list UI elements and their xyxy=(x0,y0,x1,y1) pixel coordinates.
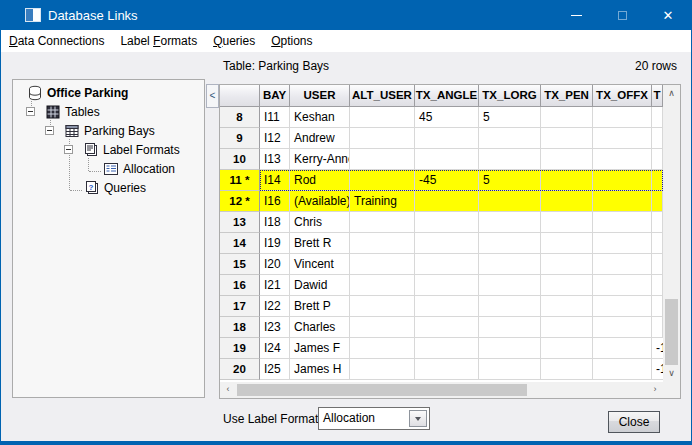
row-header[interactable]: 14 xyxy=(220,233,260,254)
scroll-left-icon[interactable]: ‹ xyxy=(220,382,236,398)
cell[interactable] xyxy=(415,296,479,317)
column-header-bay[interactable]: BAY xyxy=(260,85,290,107)
cell[interactable] xyxy=(652,233,663,254)
vertical-scrollbar[interactable]: ∧ ∨ xyxy=(663,85,680,382)
cell[interactable] xyxy=(541,254,593,275)
cell[interactable] xyxy=(541,296,593,317)
cell[interactable]: -1 xyxy=(652,338,663,359)
cell[interactable] xyxy=(541,233,593,254)
cell[interactable] xyxy=(415,128,479,149)
close-window-button[interactable]: ✕ xyxy=(645,0,691,30)
cell[interactable]: Kerry-Anne xyxy=(290,149,350,170)
table-row[interactable]: 14I19Brett R xyxy=(220,233,663,254)
cell[interactable] xyxy=(652,170,663,191)
menu-queries[interactable]: Queries xyxy=(206,31,262,51)
table-row[interactable]: 19I24James F-1 xyxy=(220,338,663,359)
row-header[interactable]: 11 * xyxy=(220,170,260,191)
row-header[interactable]: 8 xyxy=(220,107,260,128)
cell[interactable] xyxy=(415,191,479,212)
cell[interactable] xyxy=(652,254,663,275)
cell[interactable] xyxy=(350,317,415,338)
cell[interactable]: (Available) xyxy=(290,191,350,212)
cell[interactable]: Charles xyxy=(290,317,350,338)
cell[interactable] xyxy=(652,128,663,149)
cell[interactable]: 45 xyxy=(415,107,479,128)
cell[interactable] xyxy=(350,233,415,254)
cell[interactable] xyxy=(350,296,415,317)
tree-item-tables[interactable]: Tables xyxy=(13,102,204,121)
cell[interactable] xyxy=(479,254,541,275)
table-row[interactable]: 15I20Vincent xyxy=(220,254,663,275)
cell[interactable]: James F xyxy=(290,338,350,359)
cell[interactable] xyxy=(415,359,479,380)
cell[interactable] xyxy=(652,149,663,170)
cell[interactable] xyxy=(479,149,541,170)
cell[interactable] xyxy=(415,149,479,170)
cell[interactable] xyxy=(652,107,663,128)
row-header[interactable]: 9 xyxy=(220,128,260,149)
cell[interactable]: I20 xyxy=(260,254,290,275)
row-header[interactable]: 19 xyxy=(220,338,260,359)
cell[interactable]: I12 xyxy=(260,128,290,149)
cell[interactable] xyxy=(415,233,479,254)
cell[interactable]: Brett R xyxy=(290,233,350,254)
menu-label-formats[interactable]: Label Formats xyxy=(113,31,204,51)
table-row[interactable]: 20I25James H-1 xyxy=(220,359,663,380)
cell[interactable]: I21 xyxy=(260,275,290,296)
cell[interactable]: Chris xyxy=(290,212,350,233)
cell[interactable] xyxy=(541,128,593,149)
scroll-up-icon[interactable]: ∧ xyxy=(663,85,680,102)
cell[interactable]: 5 xyxy=(479,170,541,191)
column-header-tx_offx[interactable]: TX_OFFX xyxy=(593,85,652,107)
cell[interactable] xyxy=(652,317,663,338)
cell[interactable]: Rod xyxy=(290,170,350,191)
collapse-expander-icon[interactable] xyxy=(64,145,73,154)
cell[interactable]: Vincent xyxy=(290,254,350,275)
cell[interactable] xyxy=(415,275,479,296)
cell[interactable] xyxy=(415,212,479,233)
row-header[interactable]: 17 xyxy=(220,296,260,317)
cell[interactable]: I22 xyxy=(260,296,290,317)
cell[interactable]: I16 xyxy=(260,191,290,212)
cell[interactable]: -1 xyxy=(652,359,663,380)
cell[interactable] xyxy=(415,338,479,359)
cell[interactable] xyxy=(541,107,593,128)
splitter-collapse-button[interactable]: < xyxy=(206,84,219,108)
cell[interactable]: Brett P xyxy=(290,296,350,317)
cell[interactable] xyxy=(541,212,593,233)
cell[interactable] xyxy=(350,254,415,275)
cell[interactable] xyxy=(541,317,593,338)
cell[interactable] xyxy=(652,296,663,317)
column-header-t[interactable]: T xyxy=(652,85,663,107)
cell[interactable] xyxy=(593,338,652,359)
cell[interactable] xyxy=(593,359,652,380)
table-row[interactable]: 16I21Dawid xyxy=(220,275,663,296)
cell[interactable] xyxy=(593,275,652,296)
cell[interactable]: I24 xyxy=(260,338,290,359)
maximize-button[interactable] xyxy=(599,0,645,30)
menu-options[interactable]: Options xyxy=(264,31,319,51)
cell[interactable] xyxy=(593,128,652,149)
cell[interactable] xyxy=(541,275,593,296)
cell[interactable]: Training xyxy=(350,191,415,212)
row-header[interactable]: 18 xyxy=(220,317,260,338)
collapse-expander-icon[interactable] xyxy=(26,107,35,116)
cell[interactable] xyxy=(350,149,415,170)
cell[interactable] xyxy=(479,338,541,359)
cell[interactable] xyxy=(479,128,541,149)
column-header-alt_user[interactable]: ALT_USER xyxy=(350,85,415,107)
table-row[interactable]: 12 *I16(Available)Training xyxy=(220,191,663,212)
table-row[interactable]: 11 *I14Rod-455 xyxy=(220,170,663,191)
cell[interactable] xyxy=(479,191,541,212)
cell[interactable]: Keshan xyxy=(290,107,350,128)
cell[interactable] xyxy=(593,212,652,233)
menu-data-connections[interactable]: Data Connections xyxy=(2,31,111,51)
cell[interactable] xyxy=(652,275,663,296)
horizontal-scrollbar-thumb[interactable] xyxy=(237,384,527,396)
scroll-right-icon[interactable]: › xyxy=(647,382,663,398)
cell[interactable] xyxy=(593,107,652,128)
cell[interactable] xyxy=(593,317,652,338)
cell[interactable]: Dawid xyxy=(290,275,350,296)
scroll-down-icon[interactable]: ∨ xyxy=(663,365,680,382)
tree-item-allocation[interactable]: Allocation xyxy=(13,159,204,178)
